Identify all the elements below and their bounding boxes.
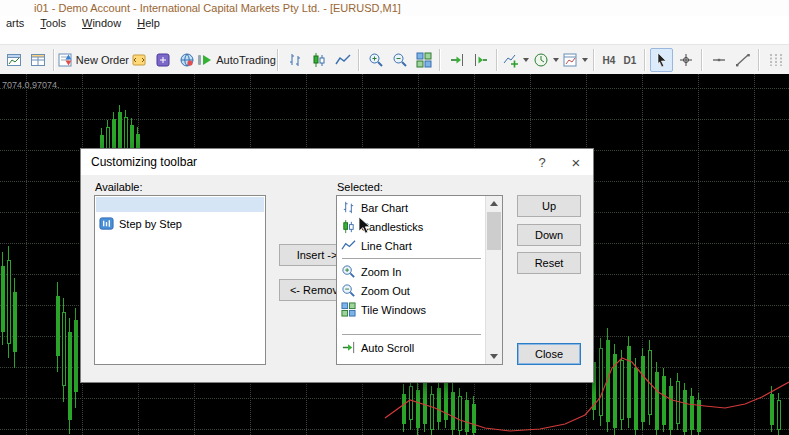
list-item-label: Line Chart [361,240,412,252]
globe-icon [179,52,195,68]
list-item-step-by-step[interactable]: Step by Step [95,214,265,233]
list-item-zoom-in[interactable]: Zoom In [337,262,486,281]
cursor-icon [654,52,670,68]
period-d1-button[interactable]: D1 [620,48,640,72]
list-item-tile-windows[interactable]: Tile Windows [337,300,486,319]
toolbar-separator [358,49,360,71]
zoom-in-button[interactable] [364,48,387,72]
line-chart-icon [341,238,356,253]
scroll-thumb[interactable] [487,212,501,250]
menu-item-arts[interactable]: arts [6,16,24,31]
toolbar-separator [496,49,498,71]
horizontal-line-button[interactable] [707,48,730,72]
list-item-auto-scroll[interactable]: Auto Scroll [337,338,486,357]
list-separator [342,258,481,259]
clock-icon [533,52,549,68]
dialog-close-icon[interactable]: × [559,149,593,175]
bar-chart-button[interactable] [283,48,306,72]
auto-scroll-button[interactable] [445,48,468,72]
templates-icon [562,52,578,68]
window-titlebar: i01 - Demo Account - International Capit… [0,0,789,16]
profiles-button[interactable] [26,48,49,72]
periods-button[interactable] [531,48,559,72]
list-item-label: Tile Windows [361,304,426,316]
new-order-button[interactable]: New Order [59,48,127,72]
list-item-line-chart[interactable]: Line Chart [337,236,486,255]
available-selection-strip[interactable] [96,197,264,212]
dialog-title: Customizing toolbar [91,155,525,169]
indicators-icon [503,52,519,68]
scroll-up-button[interactable] [486,196,502,211]
candlesticks-icon [311,52,327,68]
bar-chart-icon [341,200,356,215]
list-item-label: Zoom In [361,266,401,278]
chart-shift-button[interactable] [469,48,492,72]
menubar: artsToolsWindowHelp [0,16,789,31]
up-button[interactable]: Up [517,195,581,217]
selected-list-scrollbar[interactable] [485,196,502,364]
indicators-button[interactable] [502,48,530,72]
close-button[interactable]: Close [517,343,581,365]
crosshair-button[interactable] [674,48,697,72]
list-spacer [337,319,486,331]
chevron-down-icon [523,58,529,62]
zoom-out-button[interactable] [388,48,411,72]
toolbar-separator [644,49,646,71]
list-item-label: Step by Step [119,218,182,230]
chart-shift-icon [473,52,489,68]
period-h4-button[interactable]: H4 [599,48,619,72]
web-button[interactable] [176,48,199,72]
scroll-down-button[interactable] [486,349,502,364]
new-order-label: New Order [76,54,129,66]
metaeditor-button[interactable] [128,48,151,72]
list-separator [342,334,481,335]
dialog-help-button[interactable]: ? [525,149,559,175]
available-list-items: Step by Step [95,214,265,233]
dialog-titlebar[interactable]: Customizing toolbar ? × [81,149,593,175]
down-button[interactable]: Down [517,224,581,246]
toolbar-separator [701,49,703,71]
zoom-in-icon [368,52,384,68]
profiles-icon [30,52,46,68]
menu-item-help[interactable]: Help [137,16,160,31]
zoom-out-icon [392,52,408,68]
chevron-down-icon [553,58,559,62]
zoom-in-icon [341,264,356,279]
tile-windows-button[interactable] [412,48,435,72]
menu-item-window[interactable]: Window [82,16,121,31]
candlesticks-button[interactable] [307,48,330,72]
toolbar-separator [53,49,55,71]
crosshair-icon [678,52,694,68]
autotrading-icon [197,52,213,68]
templates-button[interactable] [561,48,589,72]
new-chart-button[interactable] [2,48,25,72]
toolbar-separator [439,49,441,71]
terminal-icon [155,52,171,68]
scroll-down-icon [490,354,498,359]
candlesticks-icon [341,219,356,234]
menu-item-tools[interactable]: Tools [40,16,66,31]
terminal-button[interactable] [152,48,175,72]
selected-label: Selected: [337,181,383,193]
line-chart-icon [335,52,351,68]
cursor-button[interactable] [650,48,673,72]
trendline-button[interactable] [731,48,754,72]
available-label: Available: [95,181,143,193]
autotrading-label: AutoTrading [216,54,276,66]
autotrading-button[interactable]: AutoTrading [200,48,273,72]
reset-button[interactable]: Reset [517,252,581,274]
list-item-label: Bar Chart [361,202,408,214]
list-item-zoom-out[interactable]: Zoom Out [337,281,486,300]
available-list[interactable]: Step by Step [94,195,266,365]
line-chart-button[interactable] [331,48,354,72]
tile-windows-icon [341,302,356,317]
toolbar-separator [277,49,279,71]
bar-chart-icon [287,52,303,68]
list-item-label: Zoom Out [361,285,410,297]
toolbar-gap [0,31,789,44]
metatrader-window: i01 - Demo Account - International Capit… [0,0,789,435]
new-chart-icon [6,52,22,68]
cycle-lines-icon [768,52,784,68]
list-item-bar-chart[interactable]: Bar Chart [337,198,486,217]
cycle-lines-button[interactable] [764,48,787,72]
